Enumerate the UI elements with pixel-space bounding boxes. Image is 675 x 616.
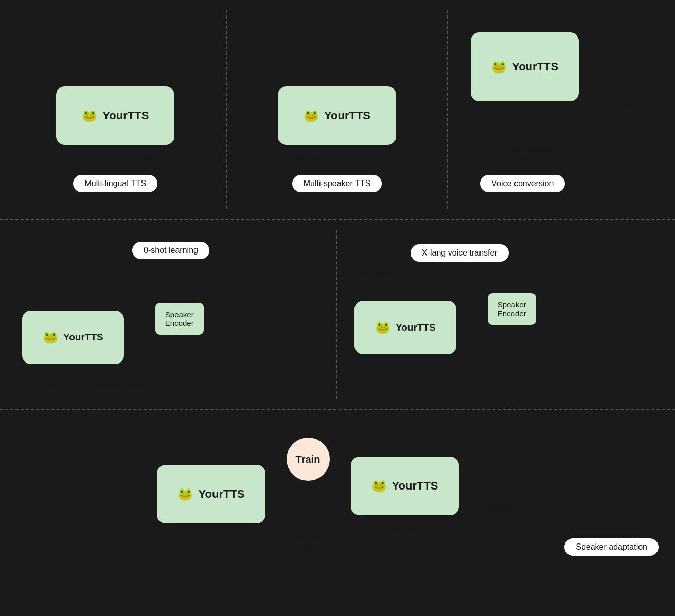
svg-rect-27	[521, 125, 522, 132]
voice-clip-label: 60 secs.Voice clipSpeaker A	[291, 521, 325, 552]
svg-rect-103	[314, 508, 315, 515]
svg-rect-94	[520, 348, 521, 360]
svg-rect-68	[172, 360, 173, 368]
svg-rect-45	[620, 81, 621, 91]
svg-rect-15	[331, 49, 333, 64]
svg-rect-29	[527, 124, 528, 133]
input-text-label-m1: Input Text	[26, 380, 59, 389]
output-wave-2	[314, 45, 360, 70]
col-multispeaker: 🐸 YourTTS Input Text Speaker ID Multi-sp…	[227, 10, 449, 209]
speaker-adaptation-label: Speaker adaptation	[576, 542, 647, 551]
svg-rect-11	[316, 54, 318, 59]
svg-rect-25	[514, 124, 516, 133]
svg-rect-5	[113, 53, 115, 60]
svg-rect-18	[342, 52, 344, 61]
svg-rect-74	[190, 361, 192, 367]
top-section: 🐸 YourTTS Input Text Language ID Multi-l…	[0, 0, 675, 220]
svg-rect-105	[320, 508, 322, 514]
svg-rect-56	[157, 271, 159, 288]
train-label: Train	[296, 454, 321, 465]
svg-rect-7	[120, 52, 122, 61]
emoji-3: 🐸	[491, 60, 507, 74]
svg-rect-107	[483, 481, 484, 492]
svg-rect-72	[184, 360, 186, 367]
encoder-label-m1: SpeakerEncoder	[165, 310, 194, 328]
language-id-label: Language ID	[120, 155, 165, 164]
speaker-adaptation-label-box: Speaker adaptation	[563, 537, 660, 557]
encoder-label-m2: SpeakerEncoder	[498, 300, 526, 318]
svg-rect-70	[178, 361, 180, 367]
yourtts-label-b1: YourTTS	[198, 487, 244, 501]
svg-rect-41	[638, 42, 640, 48]
col-0shot: 0-shot learning	[5, 230, 338, 399]
arrow-down-m2	[511, 331, 512, 341]
yourtts-box-3: 🐸 YourTTS	[469, 31, 580, 103]
svg-rect-91	[510, 351, 512, 357]
yourtts-box-2: 🐸 YourTTS	[276, 85, 398, 147]
svg-rect-16	[334, 53, 336, 60]
svg-rect-57	[161, 275, 163, 284]
output-wave-1	[92, 45, 138, 70]
svg-rect-9	[127, 51, 129, 61]
emoji-b2: 🐸	[371, 479, 387, 493]
svg-rect-108	[486, 479, 487, 494]
svg-rect-12	[320, 51, 322, 62]
svg-rect-39	[632, 42, 634, 48]
arrow-right-b2	[331, 494, 349, 495]
yourtts-label-b2: YourTTS	[392, 479, 438, 493]
svg-rect-43	[645, 42, 646, 48]
svg-rect-24	[511, 121, 513, 136]
svg-rect-38	[629, 39, 631, 51]
svg-rect-14	[327, 52, 329, 61]
col-voice-conversion: 🐸 YourTTS	[448, 10, 670, 209]
ref-voice-label: "This is my ref voice" - spk B	[489, 145, 561, 164]
yourtts-label-3: YourTTS	[512, 60, 558, 74]
svg-rect-65	[163, 361, 164, 366]
arrow-up-1	[115, 72, 116, 85]
svg-rect-86	[495, 352, 496, 356]
svg-rect-83	[379, 244, 380, 258]
svg-rect-30	[530, 121, 531, 136]
svg-rect-28	[524, 123, 525, 134]
emoji-2: 🐸	[304, 108, 319, 123]
svg-rect-89	[504, 350, 506, 358]
svg-rect-60	[172, 273, 174, 286]
svg-rect-102	[311, 505, 312, 517]
svg-rect-33	[539, 124, 541, 133]
svg-rect-61	[175, 275, 177, 284]
svg-rect-26	[518, 122, 519, 135]
svg-rect-6	[116, 50, 118, 63]
svg-rect-1	[98, 51, 100, 62]
encoder-box-m2: SpeakerEncoder	[486, 292, 538, 327]
svg-rect-67	[169, 357, 170, 371]
emoji-b1: 🐸	[177, 487, 193, 501]
svg-rect-75	[354, 249, 356, 253]
output-b-label: "Hello" spk B	[616, 100, 654, 108]
0shot-label-box: 0-shot learning	[131, 241, 210, 260]
svg-rect-46	[623, 79, 625, 93]
svg-rect-81	[372, 245, 374, 257]
svg-rect-2	[102, 48, 104, 65]
input-text-label-m2: Input Text	[358, 370, 392, 379]
svg-rect-92	[513, 349, 515, 359]
svg-rect-90	[507, 348, 509, 360]
input-text-label-1: Input Text	[66, 155, 100, 164]
tr-reference-label: TR reference	[422, 370, 468, 379]
svg-rect-111	[495, 483, 496, 490]
voice-conv-label: Voice conversion	[491, 179, 554, 188]
svg-rect-79	[366, 244, 368, 258]
input-labels-2: Input Text Speaker ID	[291, 152, 383, 164]
svg-rect-44	[617, 84, 618, 88]
svg-rect-53	[645, 83, 646, 89]
svg-rect-52	[642, 80, 643, 93]
svg-rect-100	[305, 505, 306, 517]
svg-rect-55	[154, 274, 156, 285]
svg-rect-110	[492, 480, 493, 493]
svg-rect-101	[308, 508, 309, 514]
multilingual-label-box: Multi-lingual TTS	[72, 174, 158, 193]
svg-rect-21	[352, 54, 354, 59]
xlang-label: X-lang voice transfer	[422, 248, 498, 257]
svg-rect-20	[349, 51, 351, 61]
svg-rect-73	[187, 357, 189, 370]
svg-rect-113	[501, 482, 503, 491]
